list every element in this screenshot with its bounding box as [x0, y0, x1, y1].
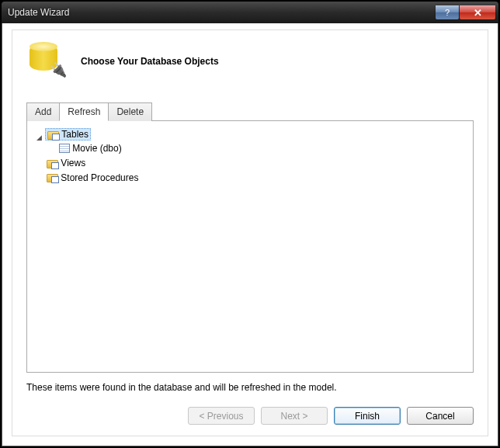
previous-button: < Previous — [188, 407, 255, 425]
tree-node-tables[interactable]: ◢ Tables Movie (dbo) — [35, 127, 468, 157]
tab-delete[interactable]: Delete — [108, 102, 152, 121]
wizard-frame: 🔌 Choose Your Database Objects Add Refre… — [12, 30, 488, 436]
help-button[interactable]: ? — [436, 5, 459, 19]
titlebar[interactable]: Update Wizard ? ✕ — [2, 2, 498, 23]
table-icon — [59, 144, 70, 153]
wizard-buttons: < Previous Next > Finish Cancel — [26, 407, 474, 425]
tab-add[interactable]: Add — [26, 102, 60, 121]
expander-icon[interactable]: ◢ — [35, 134, 43, 141]
tree-label-sprocs: Stored Procedures — [61, 172, 138, 183]
tab-refresh[interactable]: Refresh — [59, 102, 109, 121]
tabstrip: Add Refresh Delete — [26, 102, 474, 120]
info-text: These items were found in the database a… — [26, 382, 474, 393]
views-folder-icon — [47, 160, 58, 168]
tree-node-movie[interactable]: Movie (dbo) — [47, 142, 468, 157]
wizard-header: 🔌 Choose Your Database Objects — [26, 43, 474, 80]
object-tree[interactable]: ◢ Tables Movie (dbo) — [26, 120, 474, 373]
database-icon: 🔌 — [26, 43, 67, 80]
window-title: Update Wizard — [8, 7, 435, 18]
update-wizard-window: Update Wizard ? ✕ 🔌 Choose Your Database… — [0, 0, 500, 448]
tables-folder-icon — [47, 131, 59, 140]
client-area: 🔌 Choose Your Database Objects Add Refre… — [2, 23, 498, 446]
tree-label-tables: Tables — [61, 129, 89, 140]
tree-label-views: Views — [61, 158, 85, 168]
tree-node-views[interactable]: Views — [35, 157, 468, 172]
finish-button[interactable]: Finish — [334, 407, 401, 425]
close-button[interactable]: ✕ — [460, 5, 495, 19]
page-title: Choose Your Database Objects — [81, 56, 219, 67]
tab-container: Add Refresh Delete ◢ Tables — [26, 102, 474, 373]
sprocs-folder-icon — [47, 174, 58, 182]
next-button: Next > — [261, 407, 328, 425]
tree-node-sprocs[interactable]: Stored Procedures — [35, 172, 468, 186]
cancel-button[interactable]: Cancel — [407, 407, 474, 425]
close-icon: ✕ — [474, 7, 482, 19]
tree-label-movie: Movie (dbo) — [72, 143, 121, 154]
